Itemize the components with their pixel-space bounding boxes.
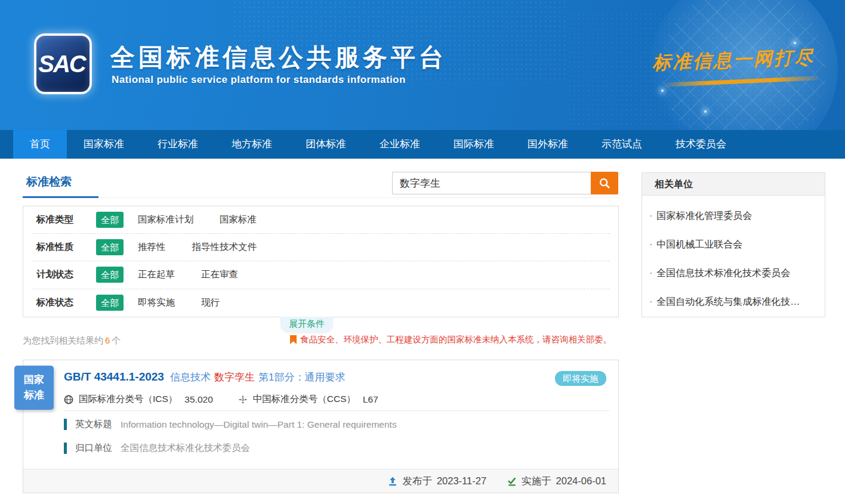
- section-title-underline: [23, 196, 98, 198]
- status-badge: 即将实施: [555, 371, 606, 386]
- filter-options: 即将实施 现行: [138, 296, 246, 309]
- nav-item[interactable]: 国际标准: [437, 130, 511, 159]
- teal-marker-bar: [64, 419, 67, 430]
- filter-option[interactable]: 即将实施: [138, 296, 175, 309]
- related-units-list: 国家标准化管理委员会 中国机械工业联合会 全国信息技术标准化技术委员会 全国自动…: [642, 196, 825, 316]
- filter-label: 标准性质: [36, 241, 96, 253]
- search-button[interactable]: [591, 172, 618, 194]
- page: SAC 全国标准信息公共服务平台 National public service…: [0, 0, 845, 504]
- filter-label: 标准状态: [36, 296, 96, 309]
- filter-row: 标准状态 全部 即将实施 现行: [32, 289, 610, 317]
- bookmark-icon: [290, 335, 297, 344]
- results-count-suffix: 个: [112, 335, 121, 345]
- sparkle-decoration: [794, 42, 796, 44]
- filter-option[interactable]: 现行: [201, 296, 220, 309]
- standard-type-badge: 国家 标准: [14, 366, 54, 410]
- nav-item[interactable]: 国家标准: [67, 130, 141, 159]
- filter-row: 标准类型 全部 国家标准计划 国家标准: [32, 206, 610, 234]
- nav-item[interactable]: 企业标准: [363, 130, 437, 159]
- filter-options: 国家标准计划 国家标准: [138, 214, 283, 226]
- badge-line2: 标准: [14, 388, 54, 403]
- published-label: 发布于: [402, 475, 432, 488]
- related-unit-link[interactable]: 国家标准化管理委员会: [642, 202, 825, 230]
- english-title-label: 英文标题: [75, 418, 112, 431]
- nav-list: 首页 国家标准 行业标准 地方标准 团体标准 企业标准 国际标准 国外标准 示范…: [13, 130, 845, 159]
- expand-conditions-button[interactable]: 展开条件: [280, 317, 333, 332]
- filter-row: 计划状态 全部 正在起草 正在审查: [32, 261, 610, 289]
- related-units-title: 相关单位: [642, 173, 825, 196]
- site-subtitle: National public service platform for sta…: [112, 74, 406, 86]
- badge-line1: 国家: [14, 372, 54, 388]
- published-date-group: 发布于 2023-11-27: [387, 475, 486, 488]
- standard-result-card: 国家 标准 GB/T 43441.1-2023信息技术数字孪生第1部分：通用要求…: [23, 360, 619, 493]
- nav-item[interactable]: 首页: [13, 130, 67, 159]
- implemented-date-group: 实施于 2024-06-01: [507, 475, 606, 488]
- filter-panel: 标准类型 全部 国家标准计划 国家标准 标准性质 全部 推荐性: [23, 206, 619, 317]
- system-notice: 食品安全、环境保护、工程建设方面的国家标准未纳入本系统，请咨询相关部委。: [290, 334, 612, 345]
- standard-title-part1[interactable]: 信息技术: [170, 372, 211, 383]
- nav-item[interactable]: 地方标准: [215, 130, 289, 159]
- card-divider: [64, 410, 609, 411]
- filter-options: 正在起草 正在审查: [138, 268, 264, 281]
- implement-check-icon: [507, 476, 517, 487]
- publish-upload-icon: [387, 476, 398, 487]
- classification-row: 国际标准分类号（ICS） 35.020 中国标准分类号（CCS）: [64, 393, 378, 406]
- standard-title-link[interactable]: GB/T 43441.1-2023信息技术数字孪生第1部分：通用要求: [64, 370, 345, 384]
- related-unit-link[interactable]: 中国机械工业联合会: [642, 230, 825, 259]
- published-date: 2023-11-27: [437, 475, 486, 487]
- filter-option[interactable]: 正在起草: [138, 268, 175, 281]
- filter-option[interactable]: 正在审查: [201, 268, 238, 281]
- standard-title-part2[interactable]: 第1部分：通用要求: [258, 372, 345, 383]
- results-count-number: 6: [105, 335, 110, 345]
- sac-logo-text: SAC: [38, 51, 85, 78]
- filter-row: 标准性质 全部 推荐性 指导性技术文件: [32, 234, 610, 261]
- card-footer: 发布于 2023-11-27 实施于 2024-06-01: [23, 469, 618, 493]
- sac-logo[interactable]: SAC: [34, 33, 92, 94]
- standard-title-highlight[interactable]: 数字孪生: [214, 372, 255, 383]
- english-title-row: 英文标题 Information technology—Digital twin…: [64, 418, 397, 431]
- globe-icon: [64, 395, 73, 404]
- sparkle-decoration: [661, 89, 664, 92]
- department-label: 归口单位: [75, 442, 112, 454]
- ccs-label: 中国标准分类号（CCS）: [253, 393, 356, 406]
- filter-option[interactable]: 国家标准: [220, 214, 257, 226]
- search-input[interactable]: [392, 172, 591, 194]
- ics-value: 35.020: [184, 394, 212, 405]
- english-title-value: Information technology—Digital twin—Part…: [121, 419, 397, 430]
- ccs-value: L67: [363, 394, 378, 405]
- nav-item[interactable]: 团体标准: [289, 130, 363, 159]
- compass-icon: [238, 395, 248, 404]
- standard-code[interactable]: GB/T 43441.1-2023: [64, 370, 164, 383]
- related-unit-link[interactable]: 全国自动化系统与集成标准化技…: [642, 287, 825, 316]
- nav-item[interactable]: 行业标准: [141, 130, 215, 159]
- filter-label: 标准类型: [36, 214, 96, 226]
- main-nav: 首页 国家标准 行业标准 地方标准 团体标准 企业标准 国际标准 国外标准 示范…: [0, 130, 845, 159]
- search-icon: [598, 177, 611, 190]
- filter-option[interactable]: 指导性技术文件: [192, 241, 257, 253]
- nav-item[interactable]: 国外标准: [511, 130, 585, 159]
- results-count-prefix: 为您找到相关结果约: [23, 335, 103, 345]
- sparkle-decoration: [704, 110, 707, 113]
- filter-all-button[interactable]: 全部: [96, 239, 124, 255]
- filter-all-button[interactable]: 全部: [96, 295, 124, 311]
- filter-options: 推荐性 指导性技术文件: [138, 241, 283, 253]
- site-title: 全国标准信息公共服务平台: [110, 41, 447, 74]
- department-row: 归口单位 全国信息技术标准化技术委员会: [64, 442, 250, 454]
- ics-label: 国际标准分类号（ICS）: [79, 393, 177, 406]
- filter-label: 计划状态: [36, 268, 96, 281]
- section-title-standard-search: 标准检索: [26, 174, 72, 190]
- notice-text: 食品安全、环境保护、工程建设方面的国家标准未纳入本系统，请咨询相关部委。: [300, 334, 612, 345]
- nav-item[interactable]: 技术委员会: [659, 130, 743, 159]
- ccs-group: 中国标准分类号（CCS） L67: [238, 393, 378, 406]
- filter-all-button[interactable]: 全部: [96, 212, 124, 228]
- implemented-label: 实施于: [522, 475, 551, 488]
- nav-item[interactable]: 示范试点: [585, 130, 659, 159]
- filter-option[interactable]: 推荐性: [138, 241, 166, 253]
- filter-all-button[interactable]: 全部: [96, 267, 124, 283]
- related-unit-link[interactable]: 全国信息技术标准化技术委员会: [642, 259, 825, 287]
- filter-option[interactable]: 国家标准计划: [138, 214, 193, 226]
- department-value: 全国信息技术标准化技术委员会: [121, 442, 250, 454]
- implemented-date: 2024-06-01: [556, 475, 606, 487]
- site-header: SAC 全国标准信息公共服务平台 National public service…: [0, 0, 845, 130]
- section-hairline: [98, 197, 619, 198]
